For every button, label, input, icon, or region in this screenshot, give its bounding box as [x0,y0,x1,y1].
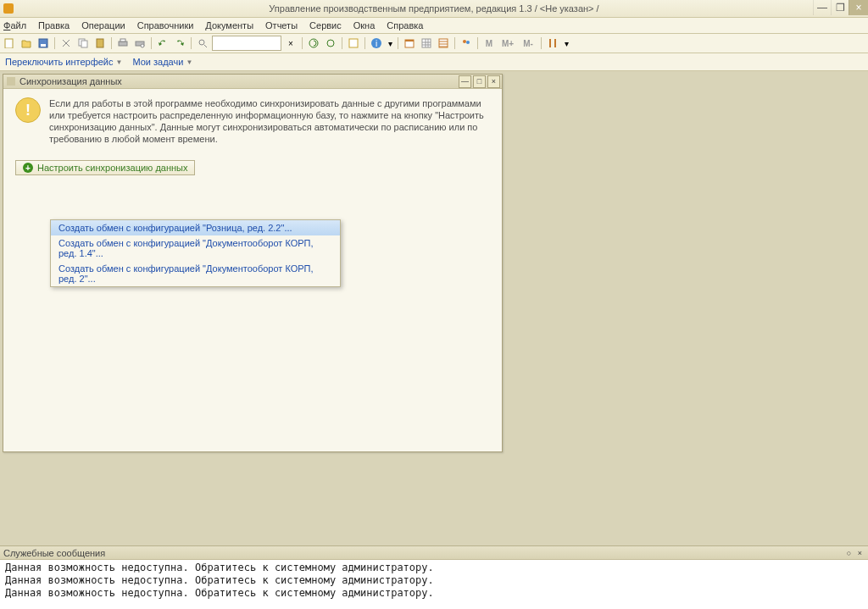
svg-rect-20 [549,39,551,47]
list-icon[interactable] [436,36,451,51]
svg-rect-15 [405,40,414,42]
messages-header-buttons: ○ × [844,548,865,557]
new-icon[interactable] [2,36,17,51]
menu-ops[interactable]: Операции [81,20,125,30]
linkbar: Переключить интерфейс ▼ Мои задачи ▼ [0,53,868,71]
toolbar-separator [364,37,365,49]
menu-edit[interactable]: Правка [38,20,70,30]
configure-sync-button[interactable]: + Настроить синхронизацию данных [15,160,195,175]
toolbar-separator [302,37,303,49]
refresh-all-icon[interactable] [323,36,338,51]
my-tasks-link[interactable]: Мои задачи ▼ [132,57,192,67]
message-line: Данная возможность недоступна. Обратитес… [5,587,863,600]
window-buttons: — ❐ × [813,0,868,17]
open-icon[interactable] [19,36,34,51]
undo-icon[interactable] [155,36,170,51]
dialog-minimize-button[interactable]: — [459,75,471,88]
dialog-maximize-button[interactable]: □ [473,75,486,88]
messages-body: Данная возможность недоступна. Обратитес… [0,560,868,609]
menubar: Файл Правка Операции Справочники Докумен… [0,18,868,34]
svg-rect-2 [41,44,46,47]
svg-rect-4 [81,41,87,47]
menu-reports[interactable]: Отчеты [265,20,298,30]
messages-close-button[interactable]: × [855,548,865,557]
switch-interface-link[interactable]: Переключить интерфейс ▼ [5,57,122,67]
sync-dialog: Синхронизация данных — □ × ! Если для ра… [3,74,503,452]
messages-title: Служебные сообщения [3,548,105,558]
dropdown-item[interactable]: Создать обмен с конфигурацией "Розница, … [51,220,340,235]
cut-icon[interactable] [58,36,74,51]
grid-icon[interactable] [419,36,434,51]
toolbar-separator [54,37,55,49]
dialog-titlebar: Синхронизация данных — □ × [3,75,502,89]
dropdown-arrow-icon[interactable]: ▾ [386,36,394,51]
info-icon: ! [15,97,41,123]
svg-point-19 [466,41,470,44]
svg-rect-16 [422,39,431,47]
svg-point-9 [141,44,144,47]
menu-help[interactable]: Справка [387,20,423,30]
dialog-body: ! Если для работы в этой программе необх… [3,89,502,184]
redo-icon[interactable] [172,36,187,51]
toolbar-separator [398,37,398,49]
search-input[interactable] [212,36,281,51]
toolbar-separator [151,37,152,49]
plus-icon: + [23,163,33,173]
memory-mminus-icon[interactable]: M- [519,36,537,51]
dropdown-item[interactable]: Создать обмен с конфигурацией "Документо… [51,235,340,261]
svg-text:i: i [376,39,377,48]
messages-header: Служебные сообщения ○ × [0,546,868,560]
dialog-title: Синхронизация данных [19,76,122,86]
svg-rect-11 [349,39,358,47]
users-icon[interactable] [459,36,474,51]
svg-rect-6 [119,42,127,46]
save-icon[interactable] [36,36,51,51]
menu-service[interactable]: Сервис [309,20,342,30]
messages-panel: Служебные сообщения ○ × Данная возможнос… [0,545,868,609]
print-icon[interactable] [115,36,131,51]
refresh-icon[interactable] [306,36,321,51]
configure-dropdown: Создать обмен с конфигурацией "Розница, … [50,219,341,287]
maximize-button[interactable]: ❐ [831,0,849,15]
settings-icon[interactable] [545,36,560,51]
print-preview-icon[interactable] [132,36,147,51]
minimize-button[interactable]: — [813,0,831,15]
toolbar-separator [342,37,342,49]
svg-point-18 [463,40,466,43]
dropdown-item[interactable]: Создать обмен с конфигурацией "Документо… [51,261,340,286]
toolbar-separator [454,37,455,49]
my-tasks-label: Мои задачи [132,57,183,67]
message-line: Данная возможность недоступна. Обратитес… [5,574,863,587]
switch-interface-label: Переключить интерфейс [5,57,114,67]
menu-docs[interactable]: Документы [205,20,253,30]
message-line: Данная возможность недоступна. Обратитес… [5,562,863,574]
menu-windows[interactable]: Окна [353,20,376,30]
titlebar: Управление производственным предприятием… [0,0,868,18]
dialog-close-button[interactable]: × [487,75,500,88]
toolbar-separator [191,37,192,49]
menu-refs[interactable]: Справочники [137,20,194,30]
app-icon [3,3,14,14]
menu-file[interactable]: Файл [3,20,26,30]
dropdown-arrow-icon[interactable]: ▾ [562,36,570,51]
info-icon[interactable]: i [369,36,384,51]
copy-icon[interactable] [75,36,91,51]
clear-search-icon[interactable]: × [283,36,298,51]
close-button[interactable]: × [849,0,868,15]
svg-rect-0 [5,39,13,48]
svg-point-10 [199,40,204,45]
toolbar-separator [477,37,478,49]
find-icon[interactable] [195,36,210,51]
chevron-down-icon: ▼ [186,58,192,66]
memory-mplus-icon[interactable]: M+ [498,36,517,51]
toolbar-separator [111,37,112,49]
dialog-window-buttons: — □ × [459,75,502,88]
memory-m-icon[interactable]: M [481,36,497,51]
dialog-icon [7,77,15,86]
messages-clear-button[interactable]: ○ [844,548,854,557]
paste-icon[interactable] [92,36,108,51]
svg-rect-7 [120,39,125,42]
nav-icon[interactable] [346,36,361,51]
calendar-icon[interactable] [402,36,417,51]
toolbar-separator [541,37,542,49]
